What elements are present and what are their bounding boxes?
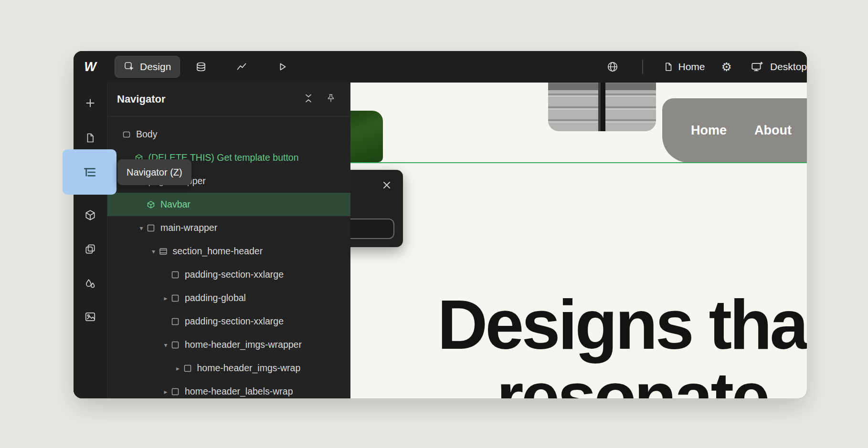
database-icon — [195, 61, 207, 73]
hero-grass-image[interactable] — [350, 111, 383, 162]
design-mode-label: Design — [140, 61, 171, 73]
navigator-row[interactable]: ▸home-header_labels-wrap — [107, 380, 350, 398]
navigator-row[interactable]: Body — [107, 123, 350, 146]
element-icon — [183, 364, 192, 373]
element-icon — [171, 341, 180, 349]
cursor-select-icon — [124, 61, 135, 73]
chevron-down-icon[interactable]: ▾ — [148, 248, 159, 255]
navigator-row[interactable]: ▾main-wrapper — [107, 216, 350, 240]
design-canvas[interactable]: HomeAbout Designs that resonate — [350, 83, 807, 398]
page-icon — [662, 57, 675, 76]
hero-headline-line1: Designs that — [350, 289, 807, 361]
navigator-tree: Body(DELETE THIS) Get template button▾pa… — [107, 116, 350, 398]
design-mode-button[interactable]: Design — [115, 56, 180, 78]
navbar-selection-outline — [350, 162, 807, 163]
element-icon — [171, 294, 180, 302]
publish-globe-button[interactable] — [603, 57, 622, 76]
chart-icon — [236, 61, 247, 73]
element-icon — [122, 130, 131, 139]
navigator-row[interactable]: ▾home-header_imgs-wrapper — [107, 333, 350, 356]
play-icon — [276, 61, 288, 73]
topbar-right: Home ⚙ Desktop — [603, 57, 807, 76]
close-icon[interactable] — [381, 179, 392, 191]
topbar: W Design — [74, 51, 807, 83]
left-toolbar — [74, 83, 107, 398]
navigator-button-highlight — [63, 149, 116, 195]
page-settings-gear-icon[interactable]: ⚙ — [721, 60, 732, 74]
element-icon — [171, 317, 180, 326]
collapse-all-icon[interactable] — [303, 93, 314, 106]
plus-icon — [84, 97, 96, 109]
components-button[interactable] — [81, 206, 100, 225]
site-nav-link[interactable]: About — [754, 123, 792, 138]
navigator-row[interactable]: ▾section_home-header — [107, 240, 350, 263]
analytics-button[interactable] — [232, 57, 251, 76]
component-icon — [147, 200, 155, 209]
assets-button[interactable] — [81, 307, 100, 326]
element-icon — [171, 387, 180, 396]
breakpoint-desktop-icon[interactable] — [747, 57, 766, 76]
image-icon — [84, 311, 96, 323]
navigator-row[interactable]: padding-section-xxlarge — [107, 310, 350, 333]
navigator-tooltip: Navigator (Z) — [117, 159, 191, 185]
element-icon — [147, 224, 155, 232]
webflow-logo: W — [74, 60, 107, 74]
topbar-divider — [642, 60, 643, 74]
current-page-name[interactable]: Home — [678, 61, 705, 73]
navigator-icon — [82, 165, 97, 180]
cube-icon — [84, 209, 96, 221]
site-nav-link[interactable]: Home — [691, 123, 727, 138]
pages-button[interactable] — [81, 128, 100, 147]
variables-button[interactable] — [81, 274, 100, 293]
site-navbar[interactable]: HomeAbout — [662, 98, 807, 163]
pin-panel-icon[interactable] — [326, 93, 336, 105]
hero-headline[interactable]: Designs that resonate — [350, 289, 807, 398]
hero-headline-line2: resonate — [350, 361, 807, 398]
navigator-title: Navigator — [117, 93, 165, 105]
navigator-row[interactable]: padding-section-xxlarge — [107, 263, 350, 286]
element-icon — [171, 271, 180, 279]
cms-button[interactable] — [191, 57, 211, 76]
chevron-down-icon[interactable]: ▾ — [160, 341, 171, 349]
chevron-right-icon[interactable]: ▸ — [173, 365, 183, 372]
element-icon — [159, 247, 168, 256]
popup-card — [350, 170, 403, 247]
site-nav-links: HomeAbout — [691, 123, 792, 138]
page-icon — [85, 132, 96, 144]
navigator-panel: Navigator Bod — [107, 83, 350, 398]
hero-jacket-image[interactable] — [548, 83, 656, 131]
droplets-icon — [84, 278, 96, 290]
chevron-right-icon[interactable]: ▸ — [160, 388, 171, 396]
navigator-row[interactable]: ▸padding-global — [107, 286, 350, 310]
chevron-right-icon[interactable]: ▸ — [160, 294, 171, 302]
preview-button[interactable] — [273, 57, 292, 76]
styles-button[interactable] — [81, 240, 100, 259]
chevron-down-icon[interactable]: ▾ — [136, 224, 147, 232]
globe-icon — [606, 61, 619, 73]
layers-icon — [84, 243, 96, 255]
breakpoint-label: Desktop — [770, 61, 807, 73]
navigator-row[interactable]: Navbar — [107, 193, 350, 216]
navigator-header: Navigator — [107, 83, 350, 116]
navigator-row[interactable]: ▸home-header_imgs-wrap — [107, 356, 350, 380]
app-window: W Design — [74, 51, 807, 398]
popup-input[interactable] — [350, 219, 394, 239]
add-elements-button[interactable] — [81, 94, 100, 113]
